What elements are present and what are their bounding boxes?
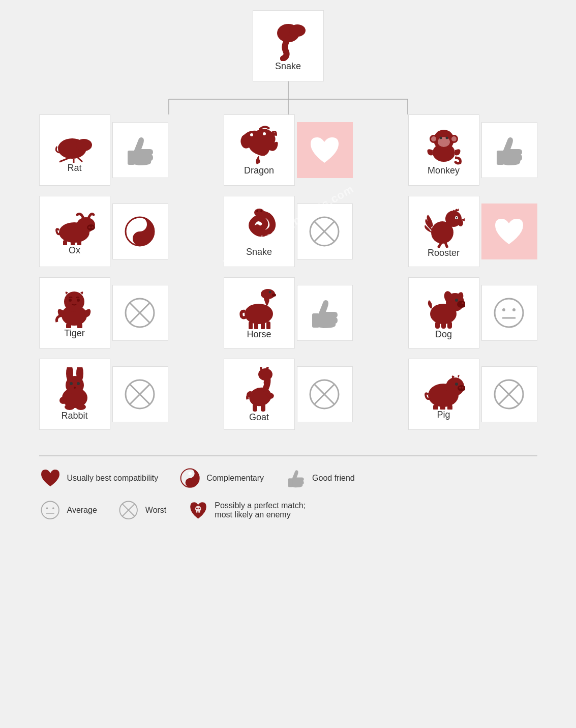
compat-rat [112, 122, 168, 178]
legend-perfect-match-label: Possibly a perfect match; most likely an… [215, 501, 306, 519]
row-2: Ox [39, 196, 537, 267]
pair-dog: Dog [408, 277, 537, 348]
legend: Usually best compatibility Complementary [39, 455, 537, 531]
legend-complementary-icon [178, 467, 201, 489]
svg-point-49 [458, 219, 463, 226]
pair-dragon: Dragon [224, 114, 353, 186]
monkey-icon [423, 125, 464, 165]
svg-point-78 [455, 299, 458, 302]
pair-goat: Goat [224, 359, 353, 430]
snake-top-label: Snake [275, 61, 301, 72]
svg-point-40 [137, 236, 142, 241]
svg-point-111 [455, 383, 458, 386]
svg-point-13 [89, 137, 91, 139]
heart-rooster [493, 216, 526, 247]
monkey-label: Monkey [428, 165, 460, 176]
goat-label: Goat [249, 412, 269, 423]
compat-dog [481, 285, 537, 341]
animal-card-pig: Pig [408, 359, 479, 430]
svg-point-92 [74, 387, 76, 389]
ox-label: Ox [69, 245, 80, 256]
svg-point-18 [250, 133, 253, 136]
animal-card-rat: Rat [39, 114, 110, 186]
svg-rect-68 [254, 322, 258, 329]
svg-point-91 [77, 382, 80, 385]
rat-label: Rat [67, 163, 81, 173]
svg-rect-101 [253, 403, 257, 412]
row-3: Tiger [39, 277, 537, 348]
svg-point-56 [69, 299, 72, 302]
animal-card-snake: Snake [224, 196, 295, 267]
svg-point-63 [245, 304, 273, 324]
x-circle-tiger [124, 297, 157, 330]
legend-item-average: Average [39, 499, 97, 521]
svg-point-83 [502, 308, 505, 311]
svg-point-34 [92, 226, 94, 228]
legend-thumbs-icon [284, 467, 307, 489]
svg-point-28 [445, 136, 448, 139]
rat-icon [54, 127, 95, 163]
svg-rect-71 [312, 313, 319, 328]
animal-card-rabbit: Rabbit [39, 359, 110, 430]
svg-line-16 [78, 158, 82, 162]
rooster-label: Rooster [428, 248, 460, 258]
svg-rect-113 [440, 404, 445, 410]
pair-rat: Rat [39, 114, 168, 186]
svg-point-26 [451, 136, 457, 141]
legend-row-1: Usually best compatibility Complementary [39, 467, 537, 489]
svg-point-22 [438, 137, 450, 147]
compat-dragon [297, 122, 353, 178]
svg-point-39 [137, 222, 142, 227]
smiley-dog [493, 297, 526, 330]
dog-label: Dog [435, 329, 452, 340]
compat-monkey [481, 122, 537, 178]
svg-point-19 [263, 132, 266, 135]
compat-snake [297, 203, 353, 259]
dragon-icon [236, 125, 282, 165]
svg-point-27 [439, 136, 442, 139]
legend-heart-label: Usually best compatibility [67, 474, 159, 483]
pair-tiger: Tiger [39, 277, 168, 348]
svg-point-43 [260, 210, 262, 212]
svg-point-93 [59, 397, 67, 404]
svg-rect-114 [447, 404, 452, 410]
svg-rect-70 [266, 322, 270, 329]
svg-point-110 [462, 387, 464, 389]
legend-item-perfect-match: Possibly a perfect match; most likely an… [187, 499, 306, 521]
svg-rect-81 [447, 322, 452, 329]
pair-pig: Pig [408, 359, 537, 430]
dragon-label: Dragon [244, 165, 274, 176]
snake-mid-icon [239, 206, 280, 247]
animal-card-ox: Ox [39, 196, 110, 267]
goat-icon [237, 366, 281, 412]
x-circle-snake [308, 215, 341, 248]
svg-point-51 [456, 217, 458, 219]
compat-rooster [481, 203, 537, 259]
legend-row-2: Average Worst [39, 499, 537, 521]
complementary-ox [124, 215, 157, 248]
horse-icon [237, 286, 281, 329]
svg-line-52 [438, 243, 441, 248]
animal-card-monkey: Monkey [408, 114, 479, 186]
animal-card-goat: Goat [224, 359, 295, 430]
legend-x-circle-icon [117, 499, 140, 521]
svg-rect-59 [77, 323, 82, 328]
legend-good-friend-label: Good friend [312, 474, 355, 483]
thumbs-up-gray-horse [308, 297, 341, 330]
row-1: Rat [39, 114, 537, 186]
snake-top-card: Snake [253, 10, 324, 81]
svg-point-90 [70, 382, 73, 385]
svg-rect-37 [77, 240, 81, 245]
svg-point-122 [41, 501, 58, 518]
pair-rooster: Rooster [408, 196, 537, 267]
svg-rect-36 [71, 240, 75, 245]
svg-rect-121 [288, 478, 292, 487]
x-circle-pig [493, 378, 526, 411]
compat-ox [112, 203, 168, 259]
svg-point-33 [88, 226, 90, 228]
svg-rect-80 [441, 322, 446, 329]
svg-point-82 [495, 299, 523, 327]
compat-goat [297, 366, 353, 422]
animal-card-dog: Dog [408, 277, 479, 348]
heart-dragon [308, 135, 341, 165]
